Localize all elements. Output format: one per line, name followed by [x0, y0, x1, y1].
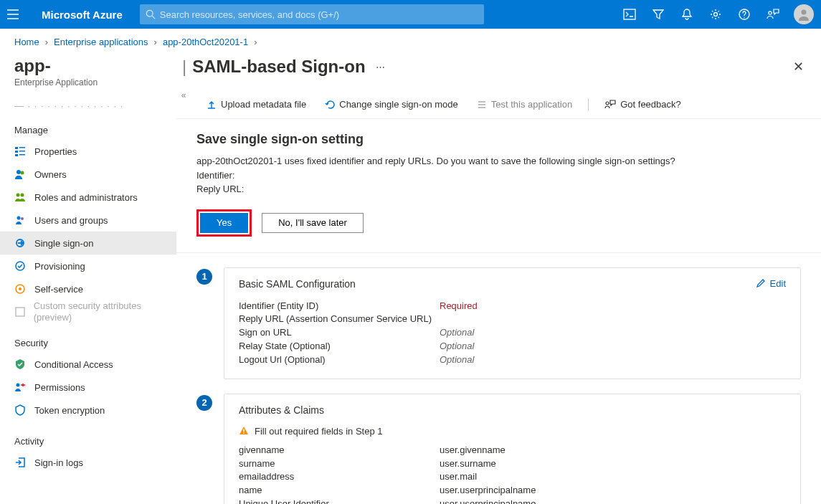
attributes-claims-card: Attributes & Claims Fill out required fi… [224, 394, 801, 504]
nav-label: Sign-in logs [34, 457, 83, 468]
roles-icon [14, 191, 29, 203]
svg-point-5 [769, 11, 772, 14]
nav-row-cutoff: — · · · · · · · · · · · · · · · [14, 100, 174, 110]
breadcrumb-home[interactable]: Home [14, 37, 39, 47]
nav-label: Permissions [34, 382, 85, 393]
svg-line-1 [152, 16, 155, 19]
cloud-shell-icon [623, 9, 636, 20]
chevron-right-icon: › [45, 37, 48, 47]
claim-row: Unique User Identifieruser.userprincipal… [239, 498, 786, 504]
account-avatar[interactable] [794, 4, 814, 24]
nav-label: Conditional Access [34, 359, 113, 370]
cloud-shell-button[interactable] [623, 8, 636, 21]
command-bar: Upload metadata file Change single sign-… [176, 90, 821, 119]
chevron-right-icon: › [154, 37, 157, 47]
breadcrumb-app[interactable]: app-20thOct20201-1 [163, 37, 248, 47]
breadcrumb: Home › Enterprise applications › app-20t… [0, 29, 821, 54]
users-groups-icon [14, 214, 29, 226]
nav-label: Custom security attributes (preview) [34, 298, 172, 325]
claim-key: givenname [239, 444, 440, 457]
config-key: Logout Url (Optional) [239, 353, 440, 367]
claim-row: givennameuser.givenname [239, 444, 786, 457]
edit-basic-saml-button[interactable]: Edit [756, 278, 786, 289]
svg-rect-11 [15, 154, 18, 156]
person-feedback-icon [767, 9, 779, 20]
close-blade-button[interactable]: ✕ [790, 56, 807, 77]
nav-label: Provisioning [34, 261, 85, 272]
nav-section-security-header: Security [14, 338, 174, 348]
cmd-label: Upload metadata file [221, 99, 306, 110]
feedback-icon [604, 100, 616, 110]
svg-point-25 [606, 102, 609, 105]
nav-users-groups[interactable]: Users and groups [0, 209, 176, 232]
notifications-button[interactable] [680, 8, 693, 21]
settings-button[interactable] [709, 8, 722, 21]
nav-token-encryption[interactable]: Token encryption [0, 399, 176, 422]
gear-icon [710, 9, 721, 20]
basic-saml-config-card: Basic SAML Configuration Edit Identifier… [224, 267, 801, 379]
change-sso-mode-button[interactable]: Change single sign-on mode [318, 99, 465, 110]
claim-value: user.surname [440, 457, 496, 471]
svg-point-0 [146, 10, 153, 16]
left-sidebar: app- Enterprise Application — · · · · · … [0, 54, 176, 504]
breadcrumb-enterprise-applications[interactable]: Enterprise applications [54, 37, 148, 47]
nav-provisioning[interactable]: Provisioning [0, 255, 176, 277]
cmd-label: Got feedback? [620, 99, 681, 110]
save-yes-button[interactable]: Yes [200, 213, 248, 233]
claim-value: user.userprincipalname [440, 498, 536, 504]
step-1: 1 Basic SAML Configuration Edit Identifi… [196, 267, 801, 379]
claim-key: emailaddress [239, 470, 440, 484]
permissions-icon [14, 381, 29, 393]
config-key: Relay State (Optional) [239, 340, 440, 353]
cmd-label: Test this application [491, 99, 572, 110]
nav-permissions[interactable]: Permissions [0, 376, 176, 399]
config-key: Identifier (Entity ID) [239, 300, 440, 313]
nav-properties[interactable]: Properties [0, 140, 176, 163]
nav-conditional-access[interactable]: Conditional Access [0, 353, 176, 376]
config-key: Reply URL (Assertion Consumer Service UR… [239, 313, 440, 326]
search-icon [146, 9, 156, 19]
nav-single-sign-on[interactable]: Single sign-on [0, 232, 176, 255]
claim-key: surname [239, 457, 440, 471]
got-feedback-button[interactable]: Got feedback? [597, 99, 688, 110]
svg-rect-10 [19, 151, 25, 152]
search-input[interactable] [160, 9, 478, 20]
brand-label: Microsoft Azure [42, 9, 123, 21]
svg-rect-12 [19, 154, 25, 156]
save-later-button[interactable]: No, I'll save later [262, 213, 364, 233]
save-panel-desc-line2: Identifier: [196, 168, 801, 183]
resource-title: app- [14, 56, 174, 76]
step-number-badge: 2 [196, 395, 212, 411]
config-row: Logout Url (Optional)Optional [239, 353, 786, 367]
nav-roles-administrators[interactable]: Roles and administrators [0, 186, 176, 209]
resource-subtitle: Enterprise Application [14, 77, 174, 87]
collapse-sidebar-button[interactable]: « [176, 90, 191, 100]
global-search[interactable] [140, 4, 484, 24]
upload-metadata-button[interactable]: Upload metadata file [199, 99, 313, 110]
config-value: Optional [440, 353, 474, 367]
more-options-button[interactable]: ⋯ [376, 62, 386, 72]
nav-self-service[interactable]: Self-service [0, 277, 176, 300]
config-row: Reply URL (Assertion Consumer Service UR… [239, 313, 786, 326]
help-button[interactable] [738, 8, 751, 21]
step-2: 2 Attributes & Claims Fill out required … [196, 394, 801, 504]
svg-point-6 [802, 10, 807, 15]
help-icon [739, 9, 750, 20]
feedback-button[interactable] [767, 8, 779, 21]
svg-point-16 [21, 194, 24, 197]
edit-label: Edit [770, 278, 786, 289]
nav-sign-in-logs[interactable]: Sign-in logs [0, 451, 176, 474]
sign-in-logs-icon [14, 457, 29, 468]
svg-rect-27 [243, 433, 245, 434]
warning-text: Fill out required fields in Step 1 [255, 426, 382, 437]
hamburger-icon [7, 9, 19, 19]
hamburger-menu-button[interactable] [7, 9, 27, 19]
nav-owners[interactable]: Owners [0, 163, 176, 186]
claim-row: nameuser.userprincipalname [239, 484, 786, 498]
warning-icon [239, 426, 249, 436]
properties-icon [14, 146, 29, 157]
filter-icon [652, 9, 664, 20]
filter-button[interactable] [652, 8, 665, 21]
save-panel-desc-line3: Reply URL: [196, 182, 801, 196]
upload-icon [207, 100, 217, 110]
